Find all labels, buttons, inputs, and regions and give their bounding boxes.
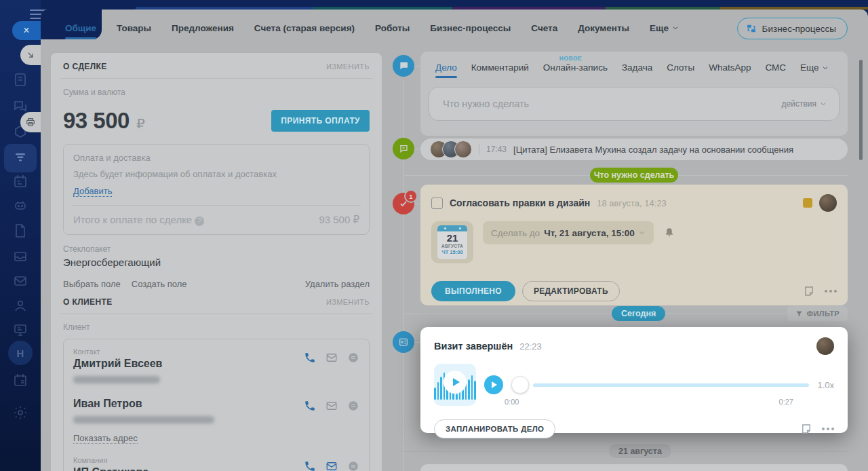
- contact-name[interactable]: Иван Петров: [73, 398, 214, 410]
- note-icon[interactable]: [803, 285, 815, 297]
- calendar-list-icon[interactable]: [12, 372, 28, 388]
- tab-eshche[interactable]: Еще: [650, 23, 679, 33]
- chat-icon[interactable]: [347, 460, 359, 471]
- tab-obshchie[interactable]: Общие: [65, 23, 96, 33]
- calendar-time: ЧТ 15:00: [437, 249, 467, 255]
- mail-icon[interactable]: [326, 400, 338, 412]
- users-icon[interactable]: [12, 297, 28, 314]
- feed-tab-kommentariy[interactable]: Комментарий: [471, 62, 529, 73]
- comment-event-icon: [393, 138, 414, 159]
- tab-dokumenty[interactable]: Документы: [578, 23, 629, 33]
- help-icon[interactable]: ?: [195, 216, 204, 226]
- document-icon[interactable]: [12, 223, 28, 239]
- feed-tab-sms[interactable]: СМС: [765, 62, 786, 73]
- tab-biznes-processy[interactable]: Бизнес-процессы: [430, 23, 511, 33]
- contact-row: Контакт Дмитрий Евсеев: [73, 347, 359, 383]
- divider: [60, 78, 372, 79]
- company-name[interactable]: ИП Светикова: [73, 466, 149, 471]
- close-card-button[interactable]: ×: [12, 21, 41, 40]
- scrollbar-thumb[interactable]: [859, 60, 863, 160]
- bot-icon[interactable]: [12, 197, 28, 213]
- mail-icon[interactable]: [326, 460, 338, 471]
- reminder-bell-icon[interactable]: [663, 227, 675, 239]
- mail-icon[interactable]: [326, 352, 338, 364]
- seek-knob[interactable]: [511, 376, 529, 394]
- task-assignee-avatar[interactable]: [819, 194, 837, 212]
- business-processes-button[interactable]: Бизнес-процессы: [737, 18, 848, 39]
- play-button[interactable]: [484, 375, 503, 394]
- collapse-corner-button[interactable]: [20, 45, 41, 65]
- seek-track[interactable]: [533, 383, 809, 387]
- inbox-icon[interactable]: [12, 248, 28, 265]
- waveform-play-overlay[interactable]: [443, 371, 467, 394]
- tab-tovary[interactable]: Товары: [117, 23, 151, 33]
- tab-scheta[interactable]: Счета: [531, 23, 557, 33]
- payment-box-title: Оплата и доставка: [73, 153, 359, 163]
- feed-tab-delo[interactable]: Дело: [435, 62, 457, 73]
- task-color-tag[interactable]: [803, 198, 812, 208]
- custom-field-value: Энергосберегающий: [63, 257, 370, 268]
- mail-icon[interactable]: [12, 273, 28, 289]
- tab-roboty[interactable]: Роботы: [375, 23, 410, 33]
- actions-dropdown[interactable]: действия: [782, 99, 827, 109]
- contact-name[interactable]: Дмитрий Евсеев: [73, 358, 162, 370]
- plan-task-button[interactable]: ЗАПЛАНИРОВАТЬ ДЕЛО: [434, 419, 555, 438]
- quick-task-button[interactable]: Что нужно сделать: [590, 168, 678, 183]
- feed-message[interactable]: 17:43 [Цитата] Елизавета Мухина создал з…: [420, 138, 848, 160]
- task-title[interactable]: Согласовать правки в дизайн: [450, 197, 590, 208]
- add-payment-link[interactable]: Добавить: [73, 186, 112, 197]
- phone-icon[interactable]: [304, 352, 316, 364]
- visit-author-avatar[interactable]: [816, 337, 834, 355]
- phone-icon[interactable]: [304, 400, 316, 412]
- feed-tab-zadacha[interactable]: Задача: [622, 62, 652, 73]
- playback-speed[interactable]: 1.0x: [817, 380, 834, 390]
- feed-tab-whatsapp[interactable]: WhatsApp: [709, 62, 751, 73]
- task-input[interactable]: [441, 98, 782, 110]
- today-divider[interactable]: Сегодня: [612, 306, 665, 321]
- note-icon[interactable]: [800, 423, 812, 435]
- news-icon[interactable]: [12, 71, 28, 88]
- deal-edit-link[interactable]: ИЗМЕНИТЬ: [326, 62, 370, 71]
- deal-card: Общие Товары Предложения Счета (старая в…: [41, 10, 868, 471]
- board-icon[interactable]: [12, 322, 28, 338]
- more-options-icon[interactable]: [822, 428, 834, 430]
- client-panel-title: О КЛИЕНТЕ: [63, 297, 113, 307]
- contact-label: Контакт: [73, 347, 162, 356]
- waveform-thumbnail[interactable]: [434, 364, 476, 406]
- tab-scheta-old[interactable]: Счета (старая версия): [254, 23, 355, 33]
- task-checkbox[interactable]: [431, 197, 443, 209]
- more-options-icon[interactable]: [825, 290, 837, 293]
- stats-funnel-icon[interactable]: [12, 149, 28, 165]
- chat-icon[interactable]: [347, 400, 359, 412]
- client-edit-link[interactable]: ИЗМЕНИТЬ: [326, 298, 370, 306]
- feed-tab-eshche[interactable]: Еще: [800, 62, 829, 73]
- phone-icon[interactable]: [304, 460, 316, 471]
- print-button[interactable]: [20, 112, 41, 132]
- total-value: 93 500 ₽: [319, 214, 359, 226]
- payment-box-hint: Здесь будет информация об оплатах и дост…: [73, 169, 359, 179]
- client-box: Контакт Дмитрий Евсеев Иван Петров По: [63, 339, 370, 471]
- task-edit-button[interactable]: РЕДАКТИРОВАТЬ: [522, 281, 620, 301]
- calendar-header: [437, 225, 467, 231]
- workspace-h-icon[interactable]: H: [8, 341, 33, 365]
- company-label: Компания: [73, 456, 149, 464]
- task-count-badge: 1: [404, 189, 418, 203]
- avatar: [454, 140, 472, 158]
- filter-button[interactable]: ФИЛЬТР: [787, 306, 848, 321]
- accept-payment-button[interactable]: ПРИНЯТЬ ОПЛАТУ: [271, 110, 370, 132]
- tab-predlozheniya[interactable]: Предложения: [172, 23, 234, 33]
- process-flow-icon: [746, 23, 757, 34]
- calendar-month: АВГУСТА: [437, 244, 467, 248]
- feed-tabs: Дело Комментарий НОВОЕОнлайн-запись Зада…: [420, 52, 848, 73]
- task-done-button[interactable]: ВЫПОЛНЕНО: [431, 281, 515, 301]
- new-badge: НОВОЕ: [559, 55, 582, 62]
- calendar-icon[interactable]: [12, 173, 28, 189]
- task-calendar-widget[interactable]: 21 АВГУСТА ЧТ 15:00: [431, 221, 473, 263]
- feed-tab-online-zapis[interactable]: НОВОЕОнлайн-запись: [543, 62, 608, 73]
- settings-gear-icon[interactable]: [12, 404, 28, 421]
- feed-tab-sloty[interactable]: Слоты: [667, 62, 694, 73]
- show-address-link[interactable]: Показать адрес: [73, 433, 138, 444]
- chevron-down-icon: [820, 100, 827, 107]
- task-due-selector[interactable]: Сделать до Чт, 21 августа, 15:00: [483, 221, 654, 244]
- chat-icon[interactable]: [347, 352, 359, 364]
